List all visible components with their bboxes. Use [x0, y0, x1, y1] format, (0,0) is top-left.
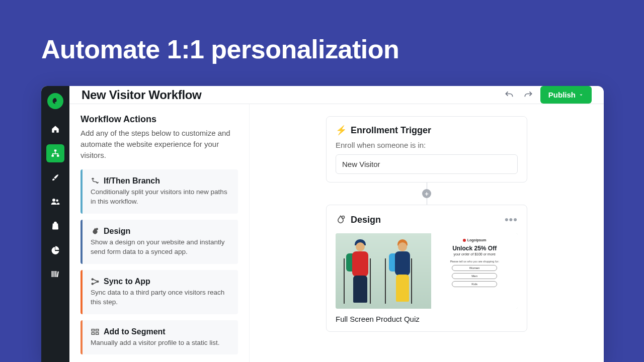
- app-window: New Visitor Workflow Publish Workflow Ac…: [41, 86, 604, 362]
- preview-question: Please tell us who you are shopping for:: [450, 260, 499, 263]
- main-panel: New Visitor Workflow Publish Workflow Ac…: [69, 86, 604, 362]
- droplet-icon: [336, 215, 346, 225]
- svg-rect-7: [55, 271, 56, 277]
- svg-rect-16: [96, 332, 99, 334]
- nav-library[interactable]: [46, 265, 64, 283]
- svg-point-11: [92, 283, 93, 285]
- action-design[interactable]: Design Show a design on your website and…: [80, 220, 238, 264]
- segment-icon: [91, 327, 100, 336]
- nav-commerce[interactable]: [46, 217, 64, 235]
- preview-option: Women: [452, 265, 497, 271]
- node-menu-button[interactable]: •••: [505, 213, 518, 226]
- action-segment[interactable]: Add to Segment Manually add a visitor pr…: [80, 320, 238, 355]
- header: New Visitor Workflow Publish: [69, 86, 604, 104]
- preview-option: Kids: [452, 281, 497, 287]
- logo: [47, 93, 63, 109]
- bag-icon: [51, 221, 60, 230]
- preview-logo: Logoipsum: [463, 238, 487, 242]
- workflow-canvas[interactable]: ⚡ Enrollment Trigger Enroll when someone…: [250, 104, 604, 362]
- add-step-button[interactable]: +: [422, 189, 431, 198]
- bolt-icon: ⚡: [336, 125, 347, 136]
- svg-rect-2: [57, 155, 59, 157]
- users-icon: [50, 197, 60, 206]
- nav-home[interactable]: [46, 120, 64, 138]
- sidebar: [41, 86, 69, 362]
- trigger-subtitle: Enroll when someone is in:: [336, 141, 518, 149]
- nodes-icon: [91, 277, 100, 286]
- svg-rect-14: [96, 329, 99, 331]
- preview-sub: your order of $100 or more: [454, 252, 496, 256]
- svg-point-9: [96, 228, 99, 230]
- actions-description: Add any of the steps below to customize …: [80, 128, 238, 160]
- design-node[interactable]: Design •••: [326, 205, 527, 332]
- svg-rect-0: [54, 150, 57, 152]
- svg-rect-6: [53, 271, 54, 277]
- sitemap-icon: [51, 149, 60, 158]
- nav-audiences[interactable]: [46, 193, 64, 211]
- undo-icon: [504, 90, 514, 100]
- actions-panel: Workflow Actions Add any of the steps be…: [69, 104, 250, 362]
- svg-point-17: [342, 216, 345, 219]
- design-caption: Full Screen Product Quiz: [336, 315, 518, 323]
- preview-headline: Unlock 25% Off: [452, 245, 497, 252]
- svg-rect-5: [52, 271, 53, 277]
- chevron-down-icon: [579, 93, 584, 98]
- brush-icon: [51, 173, 60, 182]
- svg-rect-13: [92, 329, 94, 331]
- nav-workflows[interactable]: [46, 144, 64, 162]
- trigger-segment-field[interactable]: New Visitor: [336, 154, 518, 174]
- content: Workflow Actions Add any of the steps be…: [69, 104, 604, 362]
- page-title: New Visitor Workflow: [82, 88, 202, 102]
- library-icon: [50, 269, 60, 279]
- publish-button[interactable]: Publish: [540, 86, 592, 104]
- pie-icon: [51, 245, 60, 254]
- action-sync[interactable]: Sync to App Sync data to a third party o…: [80, 270, 238, 314]
- connector: +: [427, 183, 427, 205]
- redo-icon: [523, 90, 533, 100]
- svg-rect-15: [92, 332, 94, 334]
- svg-point-4: [56, 200, 59, 202]
- enrollment-trigger-node[interactable]: ⚡ Enrollment Trigger Enroll when someone…: [326, 116, 527, 183]
- actions-heading: Workflow Actions: [80, 114, 238, 125]
- svg-rect-8: [57, 272, 59, 277]
- svg-point-10: [92, 279, 93, 280]
- action-if-then[interactable]: If/Then Branch Conditionally split your …: [80, 169, 238, 214]
- svg-point-3: [52, 199, 55, 202]
- svg-point-12: [97, 281, 99, 282]
- redo-button[interactable]: [521, 88, 535, 102]
- svg-rect-1: [52, 155, 54, 157]
- droplet-icon: [91, 227, 100, 236]
- nav-design[interactable]: [46, 168, 64, 187]
- nav-analytics[interactable]: [46, 241, 64, 259]
- design-preview: Logoipsum Unlock 25% Off your order of $…: [336, 233, 518, 309]
- branch-icon: [91, 176, 100, 186]
- undo-button[interactable]: [502, 88, 516, 102]
- home-icon: [51, 125, 60, 134]
- preview-option: Men: [452, 273, 497, 279]
- hero-title: Automate 1:1 personalization: [41, 34, 399, 64]
